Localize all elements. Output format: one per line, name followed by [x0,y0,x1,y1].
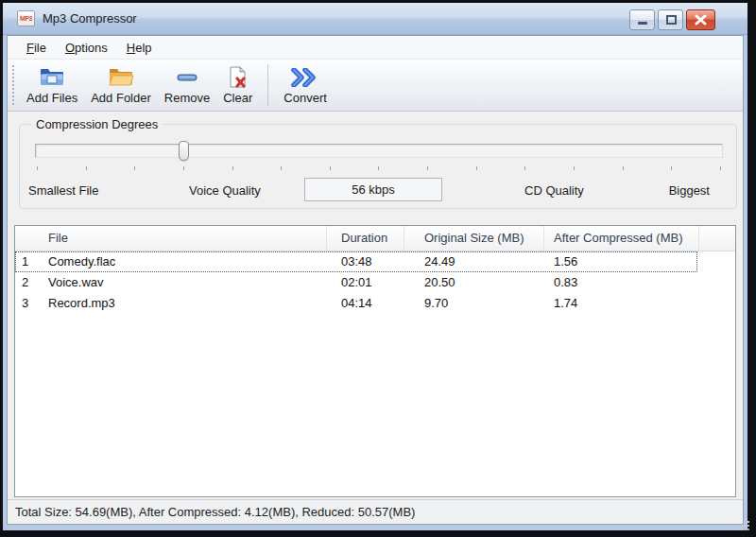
remove-label: Remove [164,91,210,105]
convert-icon [291,65,319,89]
close-button[interactable] [686,9,715,30]
file-list-header: File Duration Original Size (MB) After C… [15,226,735,251]
toolbar: Add Files Add Folder [8,59,743,112]
label-smallest-file: Smallest File [28,183,98,198]
table-row[interactable]: 2 Voice.wav 02:01 20.50 0.83 [15,272,735,293]
compression-group-label: Compression Degrees [32,117,162,131]
bitrate-value-box: 56 kbps [304,178,442,201]
menu-help[interactable]: Help [117,38,162,58]
add-files-icon [39,65,65,89]
header-filler [699,226,735,251]
remove-icon [177,65,198,89]
app-icon: MP3 [17,10,35,26]
maximize-button[interactable] [658,9,683,30]
slider-ticks [37,166,721,171]
file-list: File Duration Original Size (MB) After C… [14,225,736,497]
statusbar: Total Size: 54.69(MB), After Compressed:… [8,499,743,524]
minimize-button[interactable] [629,9,655,30]
bitrate-value: 56 kbps [352,182,395,197]
menu-options[interactable]: Options [56,38,117,58]
table-row[interactable]: 1 Comedy.flac 03:48 24.49 1.56 [15,251,735,272]
label-voice-quality: Voice Quality [189,183,261,198]
clear-icon [228,65,249,89]
header-original-size[interactable]: Original Size (MB) [404,226,544,251]
compression-slider[interactable] [35,144,723,158]
remove-button[interactable]: Remove [158,61,216,109]
app-window: MP3 Mp3 Compressor File Options Help [0,0,756,537]
add-folder-button[interactable]: Add Folder [84,61,158,109]
header-after-compressed[interactable]: After Compressed (MB) [544,226,699,251]
header-duration[interactable]: Duration [327,226,404,251]
slider-scale: Smallest File Voice Quality 56 kbps CD Q… [20,178,736,202]
add-files-button[interactable]: Add Files [20,61,84,109]
client-area: File Options Help Add Files [7,35,744,525]
convert-label: Convert [284,91,327,105]
clear-button[interactable]: Clear [216,61,259,109]
workspace: Compression Degrees Smallest File Voice … [8,112,743,499]
label-cd-quality: CD Quality [524,183,584,198]
resize-grip-icon[interactable] [738,519,740,521]
maximize-icon [666,15,677,25]
minimize-icon [638,22,647,25]
status-summary: Total Size: 54.69(MB), After Compressed:… [15,505,415,519]
compression-groupbox: Compression Degrees Smallest File Voice … [19,124,737,209]
menubar: File Options Help [8,36,743,59]
add-folder-icon [108,65,134,89]
add-folder-label: Add Folder [91,91,151,105]
toolbar-grip[interactable] [12,65,14,105]
header-row-number [15,226,41,251]
menu-file[interactable]: File [17,38,56,58]
titlebar[interactable]: MP3 Mp3 Compressor [3,3,747,35]
label-biggest: Biggest [669,183,710,198]
toolbar-separator [267,64,268,106]
header-file[interactable]: File [41,226,327,251]
close-icon [687,10,714,29]
file-list-body: 1 Comedy.flac 03:48 24.49 1.56 2 Voice.w… [15,251,735,496]
window-title: Mp3 Compressor [43,3,137,34]
compression-slider-thumb[interactable] [179,141,189,161]
table-row[interactable]: 3 Record.mp3 04:14 9.70 1.74 [15,293,735,314]
clear-label: Clear [223,91,252,105]
add-files-label: Add Files [26,91,77,105]
convert-button[interactable]: Convert [277,61,334,109]
